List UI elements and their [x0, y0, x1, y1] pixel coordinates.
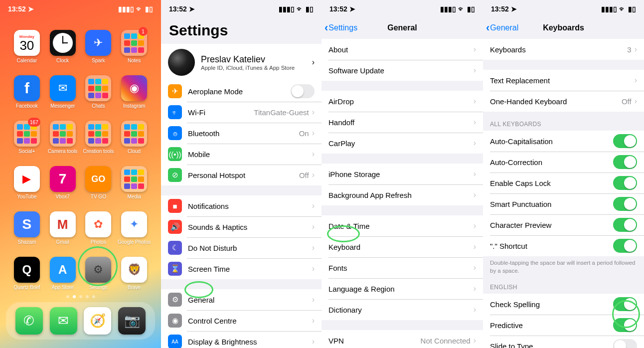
chevron-right-icon: › — [474, 118, 476, 127]
app-notes[interactable]: Notes1 — [116, 30, 152, 63]
kb-row-enable-caps-lock[interactable]: Enable Caps Lock — [483, 173, 644, 193]
kb-row-check-spelling[interactable]: Check Spelling — [483, 294, 644, 315]
general-row-about[interactable]: About› — [322, 39, 483, 60]
app-vbox7[interactable]: 7Vbox7 — [45, 166, 81, 199]
apple-id-row[interactable]: Preslav Kateliev Apple ID, iCloud, iTune… — [161, 44, 322, 81]
dock-camera[interactable]: 📷 — [118, 307, 146, 335]
settings-row-control-centre[interactable]: ◉Control Centre› — [161, 310, 322, 331]
app-brave[interactable]: 🦁Brave — [116, 257, 152, 290]
home-screen: 13:52➤ ▮▮▮▯ ᯤ ▮▯ Monday30CalendarClock✈S… — [0, 0, 161, 348]
settings-row-display-brightness[interactable]: AADisplay & Brightness› — [161, 331, 322, 348]
settings-row-do-not-disturb[interactable]: ☾Do Not Disturb› — [161, 237, 322, 258]
toggle[interactable] — [613, 197, 637, 211]
nav-title: General — [387, 23, 417, 32]
row-label: Slide to Type — [490, 342, 613, 348]
row-label: Text Replacement — [490, 76, 632, 85]
dock-safari[interactable]: 🧭 — [84, 307, 111, 335]
app-cloud[interactable]: Cloud — [116, 121, 152, 154]
app-google-photos[interactable]: ✦Google Photos — [116, 211, 152, 245]
app-tv-go[interactable]: GOTV GO — [81, 166, 117, 199]
settings-row-personal-hotspot[interactable]: ⊘Personal HotspotOff› — [161, 165, 322, 185]
app-gmail[interactable]: MGmail — [45, 211, 81, 245]
app-messenger[interactable]: ✉Messenger — [45, 75, 81, 109]
chevron-right-icon: › — [312, 129, 315, 138]
general-row-date-time[interactable]: Date & Time› — [322, 215, 483, 236]
toggle[interactable] — [613, 339, 637, 348]
chevron-right-icon: › — [474, 263, 476, 272]
kb-row-smart-punctuation[interactable]: Smart Punctuation — [483, 193, 644, 214]
settings-row-mobile[interactable]: ((•))Mobile› — [161, 144, 322, 165]
chevron-right-icon: › — [474, 170, 476, 178]
settings-row-general[interactable]: ⚙General› — [161, 289, 322, 310]
app-youtube[interactable]: ▶YouTube — [9, 166, 45, 199]
back-button[interactable]: ‹General — [486, 21, 518, 34]
general-row-keyboard[interactable]: Keyboard› — [322, 236, 483, 257]
general-row-language-region[interactable]: Language & Region› — [322, 278, 483, 299]
chevron-right-icon: › — [312, 316, 315, 325]
app-shazam[interactable]: SShazam — [9, 211, 45, 245]
app-chats[interactable]: Chats — [81, 75, 117, 109]
app-label: App Store — [51, 285, 73, 290]
kb-row-auto-capitalisation[interactable]: Auto-Capitalisation — [483, 131, 644, 152]
settings-row-bluetooth[interactable]: ⌾BluetoothOn› — [161, 123, 322, 144]
back-button[interactable]: ‹Settings — [324, 21, 357, 34]
kb-row-predictive[interactable]: Predictive — [483, 315, 644, 336]
settings-row-screen-time[interactable]: ⌛Screen Time› — [161, 258, 322, 279]
app-quartz-brief[interactable]: QQuartz Brief — [9, 257, 45, 290]
chevron-right-icon: › — [474, 190, 476, 199]
settings-row-wi-fi[interactable]: ᯤWi-FiTitanGate-Guest› — [161, 102, 322, 123]
app-creation-tools[interactable]: Creation tools — [81, 121, 117, 154]
general-row-fonts[interactable]: Fonts› — [322, 257, 483, 278]
toggle[interactable] — [613, 155, 637, 169]
general-row-carplay[interactable]: CarPlay› — [322, 133, 483, 154]
app-settings[interactable]: ⚙Settings — [81, 257, 117, 290]
general-row-background-app-refresh[interactable]: Background App Refresh› — [322, 184, 483, 205]
app-spark[interactable]: ✈Spark — [81, 30, 117, 63]
kb-row-text-replacement[interactable]: Text Replacement› — [483, 70, 644, 91]
general-row-handoff[interactable]: Handoff› — [322, 112, 483, 133]
settings-row-sounds-haptics[interactable]: 🔊Sounds & Haptics› — [161, 216, 322, 237]
app-label: Social+ — [18, 149, 35, 154]
toggle[interactable] — [613, 239, 637, 253]
kb-row-keyboards[interactable]: Keyboards3› — [483, 39, 644, 60]
app-instagram[interactable]: ◉Instagram — [116, 75, 152, 109]
status-bar: 13:52➤ ▮▮▮▯ ᯤ ▮▯ — [0, 0, 161, 17]
toggle[interactable] — [613, 176, 637, 190]
row-label: Notifications — [188, 202, 309, 210]
toggle[interactable] — [613, 218, 637, 232]
nav-bar: ‹General Keyboards — [483, 17, 644, 39]
kb-row-slide-to-type[interactable]: Slide to Type — [483, 336, 644, 348]
app-calendar[interactable]: Monday30Calendar — [9, 30, 45, 63]
general-row-iphone-storage[interactable]: iPhone Storage› — [322, 164, 483, 184]
app-label: TV GO — [91, 194, 106, 199]
app-photos[interactable]: ✿Photos — [81, 211, 117, 245]
toggle[interactable] — [613, 134, 637, 148]
settings-row-aeroplane-mode[interactable]: ✈Aeroplane Mode — [161, 81, 322, 102]
app-camera-tools[interactable]: Camera tools — [45, 121, 81, 154]
chevron-right-icon: › — [635, 97, 637, 106]
toggle[interactable] — [613, 297, 637, 311]
row-label: Sounds & Haptics — [188, 223, 309, 231]
toggle[interactable] — [291, 84, 315, 98]
app-social+[interactable]: Social+167 — [9, 121, 45, 154]
app-app-store[interactable]: AApp Store — [45, 257, 81, 290]
row-label: Handoff — [328, 118, 471, 127]
toggle[interactable] — [613, 318, 637, 332]
app-media[interactable]: Media — [116, 166, 152, 199]
page-indicator[interactable] — [0, 295, 161, 298]
dock-phone[interactable]: ✆ — [15, 307, 43, 335]
general-row-vpn[interactable]: VPNNot Connected› — [322, 330, 483, 348]
dock-messages[interactable]: ✉ — [50, 307, 77, 335]
app-clock[interactable]: Clock — [45, 30, 81, 63]
general-row-airdrop[interactable]: AirDrop› — [322, 91, 483, 112]
kb-row--shortcut[interactable]: "." Shortcut — [483, 235, 644, 256]
general-row-software-update[interactable]: Software Update› — [322, 60, 483, 81]
general-row-dictionary[interactable]: Dictionary› — [322, 299, 483, 320]
settings-row-notifications[interactable]: ■Notifications› — [161, 195, 322, 216]
chevron-right-icon: › — [312, 108, 315, 117]
kb-row-auto-correction[interactable]: Auto-Correction — [483, 152, 644, 173]
kb-row-character-preview[interactable]: Character Preview — [483, 214, 644, 235]
wifi-icon: ᯤ — [458, 5, 465, 13]
kb-row-one-handed-keyboard[interactable]: One-Handed KeyboardOff› — [483, 91, 644, 112]
app-facebook[interactable]: fFacebook — [9, 75, 45, 109]
